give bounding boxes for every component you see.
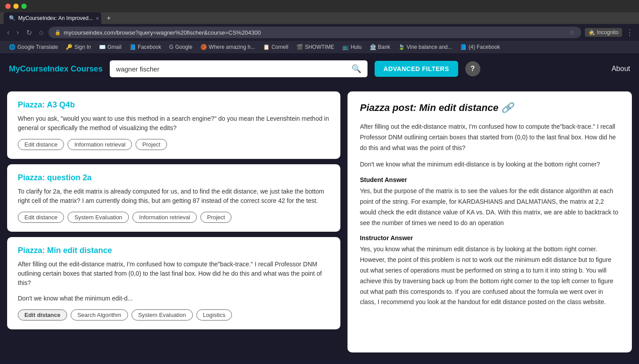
search-icon: 🔍: [351, 64, 361, 73]
search-bar: 🔍: [110, 60, 367, 77]
bookmark-icon: 🌐: [9, 44, 16, 50]
tag-info-retrieval-1[interactable]: Information retrieval: [68, 139, 132, 150]
results-panel: Piazza: A3 Q4b When you ask, "would you …: [7, 91, 340, 352]
tag-system-eval-2[interactable]: System Evaluation: [68, 212, 129, 223]
result-tags-1: Edit distance Information retrieval Proj…: [18, 139, 330, 150]
detail-question2: Don't we know what the minimum edit-dist…: [360, 159, 619, 170]
new-tab-button[interactable]: +: [103, 12, 114, 24]
incognito-badge: 🕵️ Incognito: [585, 28, 622, 37]
bookmark-sign-in[interactable]: 🔑 Sign In: [62, 43, 94, 51]
bookmark-label: Google Translate: [17, 44, 58, 50]
back-button[interactable]: ‹: [5, 28, 11, 37]
result-body-2: To clarify for 2a, the edit matrix is al…: [18, 187, 330, 206]
result-title-3[interactable]: Piazza: Min edit distance: [18, 246, 330, 255]
instructor-answer-text: Yes, you know what the minimum edit dist…: [360, 244, 619, 308]
tag-info-retrieval-2[interactable]: Information retrieval: [132, 212, 197, 223]
result-title-1[interactable]: Piazza: A3 Q4b: [18, 100, 330, 110]
bookmark-bank[interactable]: 🏦 Bank: [366, 43, 394, 51]
instructor-answer-label: Instructor Answer: [360, 234, 619, 241]
bookmark-cornell[interactable]: 📋 Cornell: [260, 43, 292, 51]
bookmark-label: Cornell: [272, 44, 288, 50]
tag-system-eval-3[interactable]: System Evaluation: [132, 309, 193, 320]
tag-logistics-3[interactable]: Logistics: [196, 309, 232, 320]
url-text: mycourseindex.com/browse?query=wagner%20…: [64, 29, 567, 36]
detail-panel: Piazza post: Min edit distance 🔗 After f…: [347, 91, 632, 352]
address-bar-icons: ☆: [569, 29, 575, 36]
tab-title: MyCourseIndex: An Improved...: [18, 15, 93, 21]
active-tab[interactable]: 🔍 MyCourseIndex: An Improved... ✕: [4, 12, 101, 24]
main-layout: Piazza: A3 Q4b When you ask, "would you …: [0, 84, 639, 360]
search-input[interactable]: [110, 61, 345, 77]
bookmark-icon: 📘: [129, 44, 136, 50]
bookmark-icon: 📘: [460, 44, 467, 50]
advanced-filters-button[interactable]: ADVANCED FILTERS: [375, 61, 458, 77]
bookmark-where-amazing[interactable]: 🏀 Where amazing h...: [197, 43, 259, 51]
bookmark-label: Gmail: [108, 44, 121, 50]
minimize-window-button[interactable]: [13, 4, 19, 9]
bookmark-vine[interactable]: 🍃 Vine balance and...: [395, 43, 456, 51]
tag-search-algo-3[interactable]: Search Algorithm: [71, 309, 128, 320]
bookmark-label: Vine balance and...: [407, 44, 452, 50]
forward-button[interactable]: ›: [15, 28, 20, 37]
detail-title: Piazza post: Min edit distance 🔗: [360, 102, 619, 114]
result-tags-3: Edit distance Search Algorithm System Ev…: [18, 309, 330, 320]
browser-window-bar: [0, 0, 639, 12]
tag-edit-distance-1[interactable]: Edit distance: [18, 139, 64, 150]
app-logo: MyCourseIndex Courses: [9, 64, 103, 74]
bookmark-icon: 🎬: [296, 44, 303, 50]
bookmark-4-facebook[interactable]: 📘 (4) Facebook: [456, 43, 503, 51]
about-link[interactable]: About: [611, 65, 630, 73]
search-button[interactable]: 🔍: [345, 60, 367, 77]
tab-bar: 🔍 MyCourseIndex: An Improved... ✕ +: [0, 12, 639, 24]
bookmark-label: Facebook: [138, 44, 161, 50]
student-answer-label: Student Answer: [360, 176, 619, 183]
traffic-lights: [5, 4, 27, 9]
result-card-3: Piazza: Min edit distance After filling …: [7, 237, 340, 329]
maximize-window-button[interactable]: [21, 4, 27, 9]
bookmark-facebook[interactable]: 📘 Facebook: [126, 43, 165, 51]
search-bar-container: 🔍: [110, 60, 367, 77]
result-card-1: Piazza: A3 Q4b When you ask, "would you …: [7, 91, 340, 159]
app-header: MyCourseIndex Courses 🔍 ADVANCED FILTERS…: [0, 53, 639, 84]
tag-project-2[interactable]: Project: [200, 212, 232, 223]
detail-intro: After filling out the edit-distance matr…: [360, 122, 619, 153]
bookmark-label: Google: [175, 44, 192, 50]
bookmark-google-translate[interactable]: 🌐 Google Translate: [5, 43, 61, 51]
tag-edit-distance-2[interactable]: Edit distance: [18, 212, 64, 223]
close-window-button[interactable]: [5, 4, 11, 9]
tag-project-1[interactable]: Project: [136, 139, 167, 150]
bookmark-icon: 🔑: [66, 44, 72, 50]
bookmark-icon: 🏦: [370, 44, 376, 50]
address-bar-row: ‹ › ↻ ⌂ 🔒 mycourseindex.com/browse?query…: [0, 24, 639, 41]
browser-menu-button[interactable]: ⋮: [626, 28, 634, 37]
bookmark-gmail[interactable]: ✉️ Gmail: [96, 43, 125, 51]
bookmark-icon: 🏀: [200, 44, 207, 50]
bookmark-google[interactable]: G Google: [166, 43, 196, 51]
tag-edit-distance-3[interactable]: Edit distance: [18, 309, 67, 320]
bookmark-label: Hulu: [351, 44, 362, 50]
bookmarks-bar: 🌐 Google Translate 🔑 Sign In ✉️ Gmail 📘 …: [0, 41, 639, 53]
bookmark-label: Sign In: [74, 44, 91, 50]
incognito-icon: 🕵️: [588, 29, 595, 36]
secure-icon: 🔒: [55, 30, 61, 36]
bookmark-label: (4) Facebook: [468, 44, 500, 50]
bookmark-showtime[interactable]: 🎬 SHOWTIME: [293, 43, 338, 51]
refresh-button[interactable]: ↻: [24, 28, 34, 38]
home-button[interactable]: ⌂: [37, 28, 45, 37]
result-card-2: Piazza: question 2a To clarify for 2a, t…: [7, 164, 340, 232]
bookmark-icon: 📋: [263, 44, 270, 50]
bookmark-star-icon[interactable]: ☆: [569, 29, 575, 36]
bookmark-label: Bank: [378, 44, 390, 50]
bookmark-hulu[interactable]: 📺 Hulu: [339, 43, 365, 51]
result-body-1: When you ask, "would you want to use thi…: [18, 114, 330, 133]
tab-close-button[interactable]: ✕: [96, 16, 99, 21]
result-tags-2: Edit distance System Evaluation Informat…: [18, 212, 330, 223]
logo-courses: Courses: [68, 64, 103, 73]
result-body-3-part2: Don't we know what the minimum edit-d...: [18, 294, 330, 303]
bookmark-icon: ✉️: [99, 44, 106, 50]
bookmark-icon: 📺: [342, 44, 349, 50]
address-bar[interactable]: 🔒 mycourseindex.com/browse?query=wagner%…: [48, 27, 581, 38]
bookmark-icon: G: [169, 44, 173, 50]
result-title-2[interactable]: Piazza: question 2a: [18, 173, 330, 182]
help-button[interactable]: ?: [465, 61, 480, 76]
